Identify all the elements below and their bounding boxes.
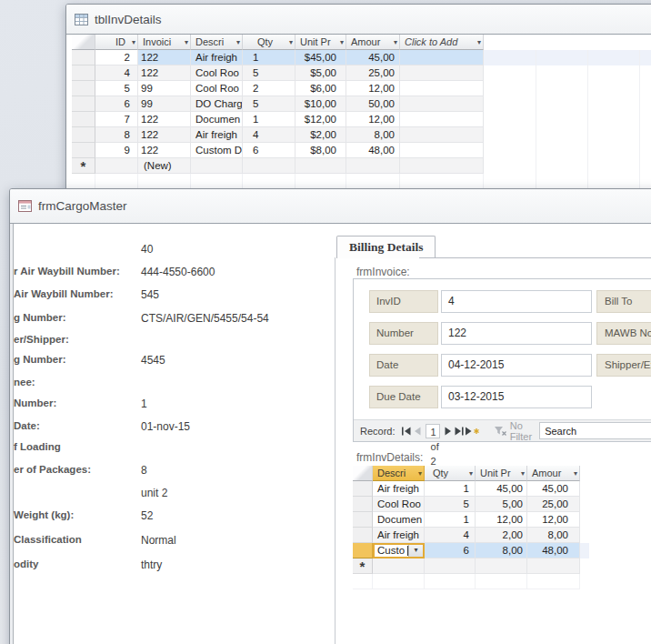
cell-unit-price[interactable]: $10,00 [295,96,346,112]
cell-amount[interactable]: 45,00 [527,481,580,497]
cell-click-to-add[interactable] [400,127,484,143]
field-value[interactable]: 1 [141,397,147,410]
cell-click-to-add[interactable] [400,50,484,65]
cell-qty[interactable]: 5 [243,96,295,112]
cell-descr[interactable] [373,558,425,574]
column-header-qty[interactable]: Qty▾ [425,466,476,481]
field-value[interactable]: 444-4550-6600 [141,266,215,278]
cell-unit-price[interactable]: $8,00 [295,143,346,158]
cell-qty[interactable]: 5 [243,65,295,81]
new-row-selector[interactable]: * [72,158,95,174]
cell-click-to-add[interactable] [400,143,484,158]
row-selector-active[interactable] [353,543,373,558]
cell-qty[interactable]: 1 [425,512,476,528]
cell-qty[interactable] [425,558,476,574]
dropdown-arrow-icon[interactable]: ▾ [236,38,240,46]
cell-descr[interactable]: Air freigh [191,127,243,143]
cell-unit-price[interactable]: 12,00 [476,512,527,528]
new-record-button[interactable] [465,424,481,438]
field-value[interactable]: thtry [141,558,162,571]
cell-descr[interactable]: Documen [191,112,243,127]
dropdown-arrow-icon[interactable]: ▾ [185,38,188,46]
field-value[interactable]: 8 [141,464,147,477]
cell-qty[interactable]: 1 [425,481,476,497]
search-input[interactable] [539,422,651,439]
column-header-unit-price[interactable]: Unit Pr▾ [476,466,527,481]
combo-text[interactable]: Custo [375,545,407,557]
column-header-amount[interactable]: Amour▾ [346,35,400,50]
cell-qty[interactable]: 1 [243,112,295,127]
field-value[interactable]: unit 2 [141,487,167,499]
cell-descr[interactable]: Air freigh [191,50,243,65]
cell-unit-price[interactable]: 5,00 [476,497,527,512]
cell-id[interactable]: 8 [95,127,138,143]
combo-dropdown-button[interactable]: ▾ [408,545,423,557]
cell-id[interactable]: 7 [95,112,138,127]
cell-invoice[interactable]: 99 [138,81,191,96]
column-header-id[interactable]: ID▾ [95,35,138,50]
cell-invoice[interactable]: 122 [138,65,191,81]
first-record-button[interactable] [401,424,412,438]
cell-qty[interactable]: 4 [243,127,295,143]
next-record-button[interactable] [443,424,454,438]
dropdown-arrow-icon[interactable]: ▾ [340,38,344,46]
cell-click-to-add[interactable] [400,81,484,96]
cell-unit-price[interactable]: $6,00 [295,81,346,96]
dropdown-arrow-icon[interactable]: ▾ [418,469,422,478]
column-header-invoice[interactable]: Invoici▾ [138,35,191,50]
cell-id[interactable] [95,158,138,174]
dropdown-arrow-icon[interactable]: ▾ [521,469,525,478]
due-date-field[interactable]: 03-12-2015 [441,386,592,408]
column-header-descr[interactable]: Descri▾ [191,35,243,50]
cell-descr[interactable] [191,158,243,174]
column-header-amount[interactable]: Amour▾ [527,466,580,481]
cell-descr[interactable]: Cool Roo [373,497,425,512]
cell-invoice[interactable]: 122 [138,112,191,127]
cell-qty[interactable]: 4 [425,528,476,543]
number-field[interactable]: 122 [441,322,592,345]
cell-id[interactable]: 4 [95,65,138,81]
cell-amount[interactable]: 45,00 [346,50,400,65]
field-value[interactable]: 52 [141,509,153,522]
cell-descr[interactable]: Documen [373,512,425,528]
dropdown-arrow-icon[interactable]: ▾ [574,469,577,478]
cell-id[interactable]: 6 [95,96,138,112]
select-all-corner[interactable] [353,466,373,481]
table-window-titlebar[interactable]: tblInvDetails [66,5,651,35]
column-header-qty[interactable]: Qty▾ [243,35,295,50]
cell-amount[interactable]: 8,00 [527,528,580,543]
cell-invoice[interactable]: 122 [138,143,191,158]
row-selector[interactable] [72,81,95,96]
cell-unit-price[interactable]: $12,00 [295,112,346,127]
row-selector[interactable] [72,65,95,81]
cell-amount[interactable] [527,558,580,574]
cell-qty[interactable]: 5 [425,497,476,512]
cell-invoice[interactable]: 99 [138,96,191,112]
no-filter-indicator[interactable]: No Filter [494,420,532,442]
column-header-descr[interactable]: Descri▾ [373,466,425,481]
cell-amount[interactable] [346,158,400,174]
cell-amount[interactable]: 25,00 [346,65,400,81]
cell-invoice[interactable]: 122 [138,127,191,143]
dropdown-arrow-icon[interactable]: ▾ [469,469,473,478]
select-all-corner[interactable] [72,35,95,50]
field-value[interactable]: 4545 [141,354,165,367]
cell-amount[interactable]: 8,00 [346,127,400,143]
cell-qty[interactable]: 6 [243,143,295,158]
date-field[interactable]: 04-12-2015 [441,354,592,377]
cell-unit-price[interactable] [295,158,346,174]
form-window-titlebar[interactable]: frmCargoMaster [10,189,651,224]
field-value[interactable]: 40 [141,243,153,256]
row-selector[interactable] [72,143,95,158]
row-selector[interactable] [72,50,95,65]
cell-unit-price[interactable]: 2,00 [476,528,527,543]
cell-descr[interactable]: Custom D [191,143,243,158]
row-selector[interactable] [353,512,373,528]
column-header-unit-price[interactable]: Unit Pr▾ [295,35,346,50]
new-row-selector[interactable]: * [353,558,373,574]
cell-descr[interactable]: Air freigh [373,481,425,497]
field-value[interactable]: 01-nov-15 [141,420,190,433]
cell-descr[interactable]: DO Charg [191,96,243,112]
cell-qty[interactable]: 1 [243,50,295,65]
cell-qty[interactable] [243,158,295,174]
